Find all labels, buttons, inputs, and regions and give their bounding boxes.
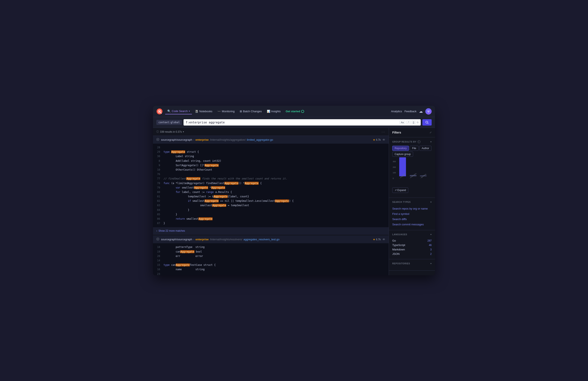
file-result: sourcegraph/sourcegraph › enterprise /in…: [153, 136, 389, 235]
section-collapse-icon[interactable]: ▾: [430, 140, 432, 143]
eye-icon[interactable]: 👁: [382, 238, 385, 241]
code-line: 78func (a *limitedAggregator) findSmalle…: [153, 181, 389, 185]
nav-code-search[interactable]: 🔍 Code Search ▾: [165, 108, 192, 114]
info-icon[interactable]: i: [418, 140, 420, 143]
group-by-file-btn[interactable]: File: [410, 146, 418, 151]
languages-collapse-icon[interactable]: ▾: [430, 233, 432, 236]
search-button[interactable]: [422, 119, 432, 126]
bar-chart: 300 200 100 0 ...rcegraph ...exampl: [392, 157, 432, 195]
lang-markdown-name[interactable]: Markdown: [392, 248, 405, 251]
header-right: Analytics Feedback ☁ U: [391, 108, 432, 114]
code-line: 23: [153, 272, 389, 275]
nav-batch-changes[interactable]: ⊞ Batch Changes: [238, 109, 264, 114]
lang-markdown-count: 3: [430, 248, 432, 251]
results-count: ⓘ 339 results in 0.37s ▾: [156, 130, 184, 134]
results-panel[interactable]: ⓘ 339 results in 0.37s ▾ ··· sourcegraph…: [153, 128, 389, 275]
file-path[interactable]: sourcegraph/sourcegraph › enterprise /in…: [161, 238, 371, 241]
eye-icon[interactable]: 👁: [382, 138, 385, 141]
code-line: 8 Add(label string, count int32): [153, 159, 389, 163]
repo-icon: [156, 238, 159, 241]
repositories-collapse-icon[interactable]: ▾: [430, 262, 432, 265]
lang-go-count: 287: [427, 239, 432, 242]
file-header: sourcegraph/sourcegraph › enterprise /in…: [153, 235, 389, 243]
main-layout: ⓘ 339 results in 0.37s ▾ ··· sourcegraph…: [153, 128, 435, 275]
nav-analytics[interactable]: Analytics: [391, 110, 402, 113]
code-line: 83 smallestAggregate = tempSmallest: [153, 203, 389, 208]
code-line: 18 patternType string: [153, 245, 389, 249]
chart-bar-sourcegraph: ...rcegraph: [399, 157, 407, 179]
header: 🔍 Code Search ▾ 📓 Notebooks 〰️ Monitorin…: [153, 106, 435, 117]
code-block: 28 29type Aggregate struct { 30 Label st…: [153, 144, 389, 227]
case-sensitive-btn[interactable]: Aa: [400, 120, 405, 124]
dropdown-icon: ▾: [189, 110, 190, 112]
avatar[interactable]: U: [425, 108, 432, 114]
code-line: 14: [153, 258, 389, 263]
lang-typescript-count: 46: [429, 244, 432, 247]
search-types-collapse-icon[interactable]: ▾: [430, 201, 432, 203]
lang-go-name[interactable]: Go: [392, 239, 396, 242]
group-by-capture-btn[interactable]: Capture group: [392, 152, 413, 157]
nav-get-started[interactable]: Get started: [283, 109, 306, 114]
info-icon: ⓘ: [156, 130, 159, 134]
nav-notebooks[interactable]: 📓 Notebooks: [193, 109, 214, 114]
search-icon: [425, 121, 429, 124]
results-more-options[interactable]: ···: [381, 130, 385, 134]
lang-json-count: 2: [430, 252, 432, 255]
regex-btn[interactable]: .*: [406, 120, 410, 124]
code-line: 76: [153, 172, 389, 177]
star-icon: ★: [373, 138, 375, 141]
code-line: 87}: [153, 221, 389, 225]
search-repos-link[interactable]: Search repos by org or name: [392, 206, 432, 211]
context-badge[interactable]: context:global: [156, 120, 182, 125]
sourcegraph-logo[interactable]: [156, 108, 163, 114]
repo-icon: [156, 138, 159, 141]
results-header: ⓘ 339 results in 0.37s ▾ ···: [153, 128, 389, 136]
search-icon: 🔍: [167, 110, 171, 113]
file-result: sourcegraph/sourcegraph › enterprise /in…: [153, 235, 389, 275]
chart-bar-examples: ...examples: [409, 175, 417, 179]
repositories-title: REPOSITORIES: [392, 262, 410, 265]
languages-title: LANGUAGES: [392, 233, 407, 236]
star-badge: ★ 6.7k: [373, 138, 381, 141]
search-diffs-link[interactable]: Search diffs: [392, 217, 432, 222]
code-line: 86 return smallestAggregate: [153, 217, 389, 221]
code-line: 81 tempSmallest := &Aggregate{label, cou…: [153, 194, 389, 199]
find-symbol-link[interactable]: Find a symbol: [392, 211, 432, 217]
show-more-matches[interactable]: › Show 22 more matches: [153, 227, 389, 234]
lang-markdown: Markdown 3: [392, 247, 432, 252]
copy-icon[interactable]: ⧉: [417, 121, 419, 124]
chart-y-axis: 300 200 100 0: [393, 160, 396, 179]
batch-icon: ⊞: [240, 110, 242, 113]
lang-json-name[interactable]: JSON: [392, 252, 400, 255]
filters-title: Filters: [392, 131, 401, 134]
monitoring-icon: 〰️: [217, 110, 221, 113]
lang-typescript-name[interactable]: TypeScript: [392, 244, 405, 247]
nav-insights[interactable]: 📊 Insights: [265, 109, 283, 114]
code-line: 77// findSmallestAggregate finds the res…: [153, 177, 389, 181]
nav-monitoring[interactable]: 〰️ Monitoring: [215, 109, 237, 114]
code-line: 9 SortAggregate() []*Aggregate: [153, 163, 389, 168]
expand-chart-btn[interactable]: ↗ Expand: [392, 187, 408, 193]
search-bar: context:global Aa .* [] ⧉: [153, 117, 435, 128]
structural-btn[interactable]: []: [412, 120, 416, 124]
group-results-section: GROUP RESULTS BY i ▾ Repository File Aut…: [389, 137, 435, 198]
code-line: 79 var smallestAggregate *Aggregate: [153, 185, 389, 190]
code-line: 20 err error: [153, 254, 389, 258]
code-line: 15type canAggregateTestCase struct {: [153, 263, 389, 267]
star-badge: ★ 6.7k: [373, 238, 381, 241]
search-commit-messages-link[interactable]: Search commit messages: [392, 222, 432, 227]
app-window: 🔍 Code Search ▾ 📓 Notebooks 〰️ Monitorin…: [153, 106, 435, 275]
chevron-down-icon[interactable]: ▾: [183, 131, 184, 133]
group-buttons: Repository File Author Capture group: [392, 146, 432, 157]
group-by-author-btn[interactable]: Author: [420, 146, 431, 151]
collapse-filters-icon[interactable]: ⤢: [430, 131, 432, 134]
file-path[interactable]: sourcegraph/sourcegraph › enterprise /in…: [161, 138, 371, 141]
repositories-section: REPOSITORIES ▾: [389, 259, 435, 271]
code-block: 18 patternType string 19 canAggregate bo…: [153, 243, 389, 275]
filter-section-header: GROUP RESULTS BY i ▾: [392, 140, 432, 143]
search-input[interactable]: [186, 121, 399, 124]
nav-feedback[interactable]: Feedback: [404, 110, 417, 113]
cloud-icon[interactable]: ☁: [419, 109, 423, 114]
search-types-section: SEARCH TYPES ▾ Search repos by org or na…: [389, 198, 435, 230]
group-by-repository-btn[interactable]: Repository: [392, 146, 409, 151]
